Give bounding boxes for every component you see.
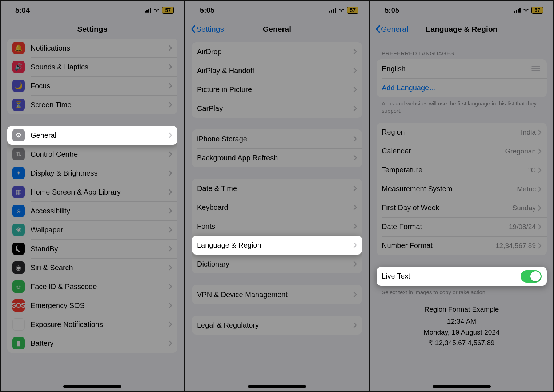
row-date-time[interactable]: Date & Time (192, 179, 362, 198)
preferred-language-row[interactable]: English (377, 59, 547, 78)
battery-indicator: 57 (162, 7, 174, 14)
row-carplay[interactable]: CarPlay (192, 99, 362, 118)
row-vpn[interactable]: VPN & Device Management (192, 285, 362, 304)
row-accessibility[interactable]: ⍟Accessibility (7, 201, 177, 220)
row-calendar[interactable]: CalendarGregorian (377, 142, 547, 161)
status-bar: 5:05 57 (185, 1, 369, 20)
accessibility-icon: ⍟ (12, 205, 25, 217)
general-icon: ⚙ (12, 129, 25, 141)
row-label: Background App Refresh (197, 154, 353, 162)
back-label: Settings (196, 25, 224, 33)
battery-indicator: 57 (531, 7, 543, 14)
row-number-format[interactable]: Number Format12,34,567.89 (377, 236, 547, 255)
chevron-right-icon (169, 64, 172, 70)
row-label: Legal & Regulatory (197, 321, 353, 329)
row-legal[interactable]: Legal & Regulatory (192, 316, 362, 335)
live-text-row[interactable]: Live Text (377, 267, 547, 286)
chevron-right-icon (353, 68, 357, 73)
home-indicator[interactable] (433, 385, 491, 388)
row-label: Emergency SOS (31, 301, 169, 310)
row-bg-refresh[interactable]: Background App Refresh (192, 148, 362, 167)
row-label: Control Centre (31, 150, 169, 159)
row-keyboard[interactable]: Keyboard (192, 198, 362, 217)
row-first-day[interactable]: First Day of WeekSunday (377, 199, 547, 217)
battery-icon: ▮ (12, 337, 25, 349)
page-title: General (263, 25, 291, 33)
row-airplay[interactable]: AirPlay & Handoff (192, 61, 362, 80)
chevron-right-icon (169, 265, 172, 271)
chevron-left-icon (375, 25, 380, 33)
row-measurement[interactable]: Measurement SystemMetric (377, 180, 547, 199)
chevron-right-icon (353, 292, 357, 297)
row-value: Gregorian (505, 147, 536, 155)
status-time: 5:05 (385, 6, 399, 15)
chevron-right-icon (538, 148, 542, 154)
preferred-languages-header: PREFERRED LANGUAGES (377, 50, 547, 59)
row-language-region[interactable]: Language & Region (192, 236, 362, 255)
row-wallpaper[interactable]: ❀Wallpaper (7, 220, 177, 239)
home-indicator[interactable] (63, 385, 121, 388)
control-centre-icon: ⇅ (12, 148, 25, 160)
row-region[interactable]: RegionIndia (377, 123, 547, 142)
row-exposure[interactable]: ✺Exposure Notifications (7, 315, 177, 334)
row-label: Siri & Search (31, 264, 169, 272)
status-indicators: 57 (329, 7, 358, 14)
row-standby[interactable]: ⏾StandBy (7, 239, 177, 258)
row-value: 12,34,567.89 (495, 242, 536, 250)
chevron-right-icon (169, 102, 172, 108)
chevron-right-icon (353, 223, 357, 229)
home-indicator[interactable] (248, 385, 306, 388)
standby-icon: ⏾ (12, 243, 25, 255)
row-display-brightness[interactable]: ☀Display & Brightness (7, 164, 177, 183)
back-button[interactable]: General (375, 25, 408, 33)
chevron-right-icon (538, 167, 542, 173)
row-home-screen[interactable]: ▦Home Screen & App Library (7, 183, 177, 201)
row-siri-search[interactable]: ◉Siri & Search (7, 258, 177, 277)
row-sounds-haptics[interactable]: 🔊Sounds & Haptics (7, 57, 177, 76)
row-notifications[interactable]: 🔔Notifications (7, 39, 177, 57)
nav-bar: Settings (1, 20, 184, 39)
row-iphone-storage[interactable]: iPhone Storage (192, 129, 362, 148)
home-screen-icon: ▦ (12, 186, 25, 198)
row-label: Picture in Picture (197, 85, 353, 94)
row-face-id[interactable]: ☺Face ID & Passcode (7, 277, 177, 296)
row-label: Region (382, 128, 521, 136)
row-screen-time[interactable]: ⏳Screen Time (7, 95, 177, 114)
row-pip[interactable]: Picture in Picture (192, 80, 362, 99)
row-focus[interactable]: 🌙Focus (7, 76, 177, 95)
chevron-right-icon (353, 136, 357, 142)
add-language-row[interactable]: Add Language… (377, 78, 547, 97)
row-fonts[interactable]: Fonts (192, 217, 362, 236)
row-dictionary[interactable]: Dictionary (192, 255, 362, 273)
row-battery[interactable]: ▮Battery (7, 334, 177, 353)
nav-bar: Settings General (185, 20, 369, 39)
chevron-right-icon (169, 321, 172, 327)
preferred-footer: Apps and websites will use the first lan… (377, 97, 547, 115)
chevron-right-icon (353, 87, 357, 92)
row-airdrop[interactable]: AirDrop (192, 42, 362, 61)
row-value: India (521, 128, 536, 136)
chevron-right-icon (353, 105, 357, 111)
language-label: English (382, 65, 531, 73)
reorder-handle-icon[interactable] (531, 66, 542, 71)
battery-indicator: 57 (347, 7, 358, 14)
row-label: Exposure Notifications (31, 320, 169, 329)
page-title: Language & Region (426, 25, 497, 33)
status-bar: 5:04 57 (1, 1, 184, 20)
back-button[interactable]: Settings (190, 25, 224, 33)
display-brightness-icon: ☀ (12, 167, 25, 179)
row-general[interactable]: ⚙General (7, 126, 177, 145)
row-label: Language & Region (197, 241, 353, 249)
row-control-centre[interactable]: ⇅Control Centre (7, 145, 177, 164)
row-label: Notifications (31, 44, 169, 52)
row-label: VPN & Device Management (197, 291, 353, 299)
chevron-right-icon (538, 224, 542, 230)
status-time: 5:04 (15, 6, 30, 15)
row-temperature[interactable]: Temperature°C (377, 161, 547, 180)
row-date-format[interactable]: Date Format19/08/24 (377, 217, 547, 236)
row-label: AirDrop (197, 48, 353, 56)
live-text-toggle[interactable] (521, 270, 542, 283)
screen-settings: 5:04 57 Settings 🔔Notifications🔊Sounds &… (0, 0, 185, 392)
chevron-right-icon (353, 185, 357, 191)
row-emergency-sos[interactable]: SOSEmergency SOS (7, 296, 177, 315)
